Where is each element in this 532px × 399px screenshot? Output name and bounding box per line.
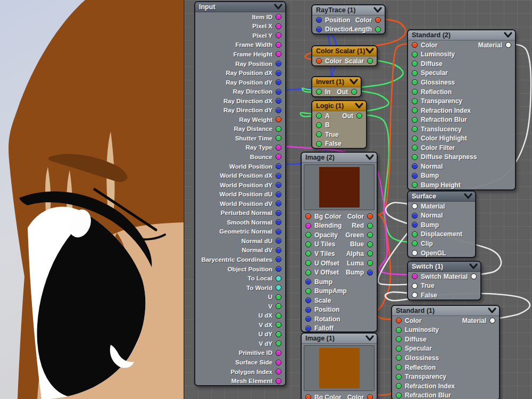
port-output-world-position-dx-icon[interactable] [276, 173, 281, 179]
port-output-item-id-icon[interactable] [276, 14, 281, 20]
chevron-down-icon[interactable] [365, 335, 374, 342]
port-input-specular-icon[interactable] [396, 346, 402, 352]
port-input-color-icon[interactable] [396, 318, 402, 323]
port-output-surface-side-icon[interactable] [276, 360, 281, 365]
chevron-down-icon[interactable] [350, 79, 358, 85]
node-raytrace-1[interactable]: RayTrace (1) PositionColorDirectionLengt… [311, 4, 386, 35]
port-input-bg-color-icon[interactable] [305, 213, 311, 219]
chevron-down-icon[interactable] [488, 307, 496, 314]
port-input-reflection-icon[interactable] [396, 364, 402, 370]
port-output-length-icon[interactable] [375, 27, 381, 32]
port-output-u-icon[interactable] [276, 294, 281, 300]
port-input-color-highlight-icon[interactable] [412, 136, 418, 142]
chevron-down-icon[interactable] [504, 32, 512, 38]
node-header[interactable]: RayTrace (1) [312, 5, 385, 15]
port-output-pixel-x-icon[interactable] [276, 23, 281, 29]
port-output-v-icon[interactable] [276, 303, 281, 309]
port-input-reflection-icon[interactable] [412, 89, 418, 95]
port-input-bump-icon[interactable] [412, 222, 418, 228]
port-input-a-icon[interactable] [316, 113, 322, 119]
port-input-b-icon[interactable] [316, 122, 322, 128]
port-input-transparency-icon[interactable] [412, 98, 418, 104]
port-output-frame-width-icon[interactable] [276, 42, 281, 48]
port-output-v-dy-icon[interactable] [276, 340, 281, 346]
port-input-v-offset-icon[interactable] [305, 270, 311, 276]
port-input-bumpamp-icon[interactable] [305, 288, 311, 294]
port-output-mesh-element-icon[interactable] [276, 378, 281, 384]
port-output-green-icon[interactable] [367, 232, 373, 238]
port-input-false-icon[interactable] [412, 292, 418, 298]
port-output-pixel-y-icon[interactable] [276, 32, 281, 38]
port-input-color-icon[interactable] [316, 58, 322, 64]
port-input-bump-icon[interactable] [305, 279, 311, 285]
port-output-ray-direction-icon[interactable] [276, 89, 281, 95]
node-logic-1[interactable]: Logic (1) AOutBTrueFalse [311, 100, 367, 149]
port-input-u-tiles-icon[interactable] [305, 242, 311, 247]
port-output-material-icon[interactable] [505, 42, 511, 48]
port-output-primitive-id-icon[interactable] [276, 350, 281, 356]
port-input-glossiness-icon[interactable] [396, 355, 402, 361]
port-input-luminosity-icon[interactable] [396, 327, 402, 333]
port-input-bump-icon[interactable] [412, 173, 418, 179]
port-output-perturbed-normal-icon[interactable] [276, 210, 281, 216]
node-input[interactable]: Input Item IDPixel XPixel YFrame WidthFr… [194, 1, 286, 386]
port-output-to-world-icon[interactable] [276, 285, 281, 290]
port-input-in-icon[interactable] [316, 89, 322, 95]
port-input-normal-icon[interactable] [412, 213, 418, 219]
node-header[interactable]: Input [195, 2, 285, 12]
port-output-normal-du-icon[interactable] [276, 238, 281, 244]
node-image-1[interactable]: Image (1) Bg ColorColor [301, 332, 378, 399]
chevron-down-icon[interactable] [365, 48, 374, 54]
port-input-material-icon[interactable] [412, 203, 418, 209]
port-input-diffuse-sharpness-icon[interactable] [412, 154, 418, 160]
port-output-v-dx-icon[interactable] [276, 322, 281, 328]
chevron-down-icon[interactable] [274, 4, 282, 10]
port-output-u-dy-icon[interactable] [276, 331, 281, 337]
port-output-ray-position-icon[interactable] [276, 61, 281, 66]
port-input-refraction-blur-icon[interactable] [412, 117, 418, 123]
node-standard-1[interactable]: Standard (1) ColorMaterialLuminosityDiff… [391, 305, 500, 399]
port-output-alpha-icon[interactable] [367, 251, 373, 256]
port-output-world-position-icon[interactable] [276, 163, 281, 169]
port-input-position-icon[interactable] [305, 307, 311, 313]
port-output-scalar-icon[interactable] [367, 58, 373, 64]
port-input-diffuse-icon[interactable] [396, 336, 402, 342]
port-output-color-icon[interactable] [367, 394, 373, 399]
port-input-luminosity-icon[interactable] [412, 52, 418, 57]
port-input-v-tiles-icon[interactable] [305, 251, 311, 256]
port-input-scale-icon[interactable] [305, 297, 311, 303]
port-output-ray-direction-dy-icon[interactable] [276, 107, 281, 113]
port-output-shutter-time-icon[interactable] [276, 135, 281, 141]
port-input-color-filter-icon[interactable] [412, 145, 418, 151]
node-color-scalar-1[interactable]: Color Scalar (1) ColorScalar [311, 45, 378, 66]
port-input-switch-icon[interactable] [412, 273, 418, 279]
node-header[interactable]: Switch (1) [408, 262, 480, 272]
port-input-opengl-icon[interactable] [412, 250, 418, 256]
port-output-normal-dv-icon[interactable] [276, 247, 281, 253]
port-input-bg-color-icon[interactable] [305, 394, 311, 399]
port-output-red-icon[interactable] [367, 223, 373, 229]
port-output-smooth-normal-icon[interactable] [276, 219, 281, 225]
port-input-false-icon[interactable] [316, 141, 322, 147]
node-header[interactable]: Surface [408, 192, 475, 202]
port-input-direction-icon[interactable] [316, 27, 322, 32]
port-input-rotation-icon[interactable] [305, 316, 311, 322]
chevron-down-icon[interactable] [373, 7, 382, 13]
node-header[interactable]: Standard (2) [408, 30, 515, 40]
port-input-true-icon[interactable] [316, 131, 322, 137]
port-input-refraction-blur-icon[interactable] [396, 393, 402, 398]
port-output-world-position-dy-icon[interactable] [276, 182, 281, 188]
node-header[interactable]: Image (1) [302, 334, 377, 344]
port-output-color-icon[interactable] [375, 17, 381, 23]
port-output-u-dx-icon[interactable] [276, 313, 281, 319]
port-input-specular-icon[interactable] [412, 70, 418, 76]
port-output-material-icon[interactable] [471, 273, 477, 279]
port-input-clip-icon[interactable] [412, 240, 418, 246]
port-input-color-icon[interactable] [412, 42, 418, 48]
node-header[interactable]: Logic (1) [312, 101, 366, 111]
chevron-down-icon[interactable] [469, 263, 478, 270]
port-output-ray-type-icon[interactable] [276, 145, 281, 151]
node-switch-1[interactable]: Switch (1) SwitchMaterialTrueFalse [407, 261, 481, 301]
port-output-ray-position-dy-icon[interactable] [276, 79, 281, 85]
node-header[interactable]: Standard (1) [392, 306, 499, 316]
